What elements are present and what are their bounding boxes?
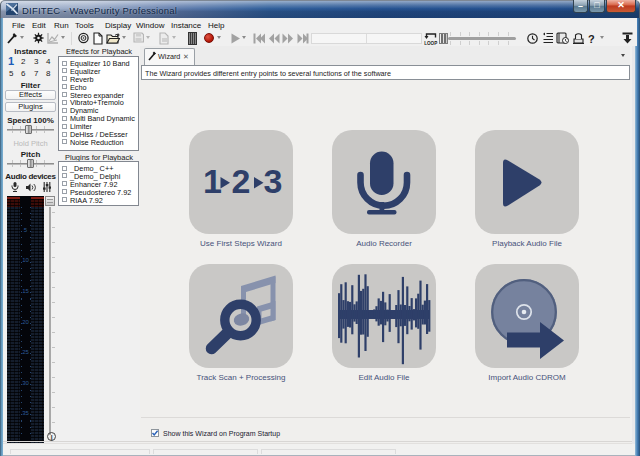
svg-text:LOOP: LOOP (424, 41, 437, 46)
svg-text:1: 1 (203, 162, 222, 200)
svg-text:3: 3 (264, 162, 283, 200)
svg-text:2: 2 (232, 162, 251, 200)
